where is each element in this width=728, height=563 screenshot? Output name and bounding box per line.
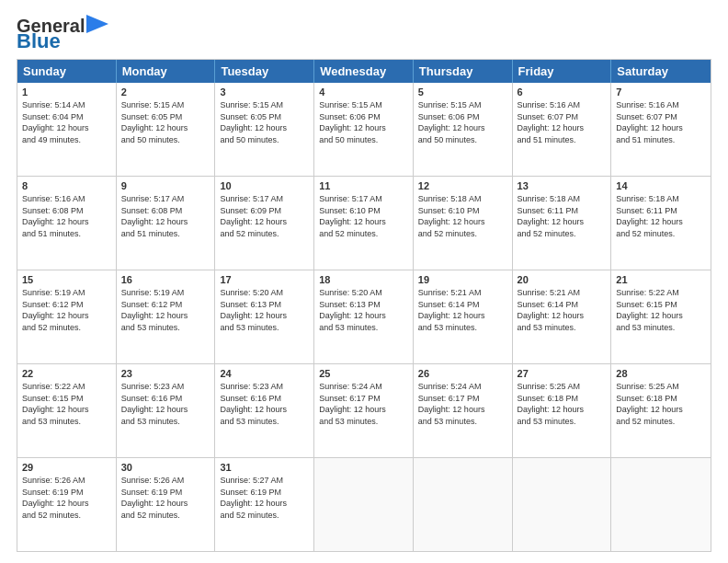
calendar-cell-day-2: 2Sunrise: 5:15 AM Sunset: 6:05 PM Daylig… <box>117 83 216 176</box>
day-number: 20 <box>518 274 607 285</box>
day-info: Sunrise: 5:15 AM Sunset: 6:06 PM Dayligh… <box>319 99 408 145</box>
calendar-cell-empty <box>611 458 711 551</box>
weekday-header-sunday: Sunday <box>17 60 117 83</box>
day-number: 7 <box>616 86 706 98</box>
calendar-cell-day-25: 25Sunrise: 5:24 AM Sunset: 6:17 PM Dayli… <box>314 364 414 457</box>
day-number: 22 <box>22 368 111 379</box>
day-info: Sunrise: 5:15 AM Sunset: 6:05 PM Dayligh… <box>121 99 210 145</box>
calendar-cell-day-26: 26Sunrise: 5:24 AM Sunset: 6:17 PM Dayli… <box>414 364 513 457</box>
calendar-cell-day-17: 17Sunrise: 5:20 AM Sunset: 6:13 PM Dayli… <box>215 270 314 363</box>
calendar-cell-day-14: 14Sunrise: 5:18 AM Sunset: 6:11 PM Dayli… <box>611 177 711 270</box>
day-info: Sunrise: 5:17 AM Sunset: 6:08 PM Dayligh… <box>121 193 210 239</box>
calendar-cell-day-18: 18Sunrise: 5:20 AM Sunset: 6:13 PM Dayli… <box>314 270 414 363</box>
calendar-cell-day-15: 15Sunrise: 5:19 AM Sunset: 6:12 PM Dayli… <box>17 270 117 363</box>
day-info: Sunrise: 5:20 AM Sunset: 6:13 PM Dayligh… <box>220 287 309 333</box>
day-number: 8 <box>22 180 111 191</box>
day-info: Sunrise: 5:19 AM Sunset: 6:12 PM Dayligh… <box>22 287 111 333</box>
day-info: Sunrise: 5:16 AM Sunset: 6:07 PM Dayligh… <box>518 99 607 145</box>
calendar-cell-day-10: 10Sunrise: 5:17 AM Sunset: 6:09 PM Dayli… <box>215 177 314 270</box>
day-info: Sunrise: 5:20 AM Sunset: 6:13 PM Dayligh… <box>319 287 408 333</box>
calendar-row: 29Sunrise: 5:26 AM Sunset: 6:19 PM Dayli… <box>17 457 711 551</box>
day-number: 10 <box>220 180 309 191</box>
logo: General Blue <box>17 17 108 52</box>
calendar-cell-day-9: 9Sunrise: 5:17 AM Sunset: 6:08 PM Daylig… <box>117 177 216 270</box>
day-number: 1 <box>22 86 111 98</box>
calendar-cell-day-13: 13Sunrise: 5:18 AM Sunset: 6:11 PM Dayli… <box>513 177 612 270</box>
day-number: 31 <box>220 462 309 473</box>
day-info: Sunrise: 5:25 AM Sunset: 6:18 PM Dayligh… <box>518 381 607 427</box>
weekday-header-saturday: Saturday <box>611 60 711 83</box>
calendar-cell-day-28: 28Sunrise: 5:25 AM Sunset: 6:18 PM Dayli… <box>611 364 711 457</box>
calendar-body: 1Sunrise: 5:14 AM Sunset: 6:04 PM Daylig… <box>17 83 711 551</box>
calendar-cell-day-22: 22Sunrise: 5:22 AM Sunset: 6:15 PM Dayli… <box>17 364 117 457</box>
day-number: 26 <box>418 368 507 379</box>
logo-blue: Blue <box>17 31 61 52</box>
calendar-cell-day-20: 20Sunrise: 5:21 AM Sunset: 6:14 PM Dayli… <box>513 270 612 363</box>
header: General Blue <box>17 17 711 52</box>
day-number: 11 <box>319 180 408 191</box>
calendar-cell-empty <box>513 458 612 551</box>
day-number: 19 <box>418 274 507 285</box>
calendar-cell-empty <box>414 458 513 551</box>
day-number: 4 <box>319 86 408 98</box>
day-number: 13 <box>518 180 607 191</box>
calendar-cell-day-30: 30Sunrise: 5:26 AM Sunset: 6:19 PM Dayli… <box>117 458 216 551</box>
day-info: Sunrise: 5:24 AM Sunset: 6:17 PM Dayligh… <box>418 381 507 427</box>
calendar-cell-day-21: 21Sunrise: 5:22 AM Sunset: 6:15 PM Dayli… <box>611 270 711 363</box>
calendar-row: 1Sunrise: 5:14 AM Sunset: 6:04 PM Daylig… <box>17 83 711 176</box>
weekday-header-tuesday: Tuesday <box>215 60 314 83</box>
day-info: Sunrise: 5:26 AM Sunset: 6:19 PM Dayligh… <box>121 475 210 521</box>
day-number: 23 <box>121 368 210 379</box>
day-number: 25 <box>319 368 408 379</box>
calendar-cell-day-23: 23Sunrise: 5:23 AM Sunset: 6:16 PM Dayli… <box>117 364 216 457</box>
calendar-cell-day-1: 1Sunrise: 5:14 AM Sunset: 6:04 PM Daylig… <box>17 83 117 176</box>
day-number: 28 <box>616 368 706 379</box>
weekday-header-wednesday: Wednesday <box>314 60 414 83</box>
day-info: Sunrise: 5:26 AM Sunset: 6:19 PM Dayligh… <box>22 475 111 521</box>
day-info: Sunrise: 5:14 AM Sunset: 6:04 PM Dayligh… <box>22 99 111 145</box>
day-number: 18 <box>319 274 408 285</box>
calendar-cell-day-16: 16Sunrise: 5:19 AM Sunset: 6:12 PM Dayli… <box>117 270 216 363</box>
calendar-cell-day-7: 7Sunrise: 5:16 AM Sunset: 6:07 PM Daylig… <box>611 83 711 176</box>
calendar-cell-day-11: 11Sunrise: 5:17 AM Sunset: 6:10 PM Dayli… <box>314 177 414 270</box>
day-info: Sunrise: 5:18 AM Sunset: 6:11 PM Dayligh… <box>616 193 706 239</box>
calendar-cell-day-29: 29Sunrise: 5:26 AM Sunset: 6:19 PM Dayli… <box>17 458 117 551</box>
svg-marker-0 <box>86 15 108 33</box>
calendar-row: 22Sunrise: 5:22 AM Sunset: 6:15 PM Dayli… <box>17 363 711 457</box>
day-number: 12 <box>418 180 507 191</box>
day-info: Sunrise: 5:18 AM Sunset: 6:10 PM Dayligh… <box>418 193 507 239</box>
day-info: Sunrise: 5:15 AM Sunset: 6:06 PM Dayligh… <box>418 99 507 145</box>
day-number: 14 <box>616 180 706 191</box>
calendar-cell-day-12: 12Sunrise: 5:18 AM Sunset: 6:10 PM Dayli… <box>414 177 513 270</box>
calendar-cell-day-24: 24Sunrise: 5:23 AM Sunset: 6:16 PM Dayli… <box>215 364 314 457</box>
calendar-cell-day-19: 19Sunrise: 5:21 AM Sunset: 6:14 PM Dayli… <box>414 270 513 363</box>
day-number: 9 <box>121 180 210 191</box>
calendar-cell-day-6: 6Sunrise: 5:16 AM Sunset: 6:07 PM Daylig… <box>513 83 612 176</box>
calendar-row: 8Sunrise: 5:16 AM Sunset: 6:08 PM Daylig… <box>17 176 711 270</box>
calendar-cell-empty <box>314 458 414 551</box>
weekday-header-friday: Friday <box>513 60 612 83</box>
day-number: 15 <box>22 274 111 285</box>
day-info: Sunrise: 5:18 AM Sunset: 6:11 PM Dayligh… <box>518 193 607 239</box>
day-number: 6 <box>518 86 607 98</box>
day-number: 30 <box>121 462 210 473</box>
day-info: Sunrise: 5:27 AM Sunset: 6:19 PM Dayligh… <box>220 475 309 521</box>
day-info: Sunrise: 5:17 AM Sunset: 6:10 PM Dayligh… <box>319 193 408 239</box>
calendar-cell-day-5: 5Sunrise: 5:15 AM Sunset: 6:06 PM Daylig… <box>414 83 513 176</box>
weekday-header-monday: Monday <box>117 60 216 83</box>
calendar-cell-day-8: 8Sunrise: 5:16 AM Sunset: 6:08 PM Daylig… <box>17 177 117 270</box>
day-info: Sunrise: 5:25 AM Sunset: 6:18 PM Dayligh… <box>616 381 706 427</box>
calendar-cell-day-4: 4Sunrise: 5:15 AM Sunset: 6:06 PM Daylig… <box>314 83 414 176</box>
day-info: Sunrise: 5:17 AM Sunset: 6:09 PM Dayligh… <box>220 193 309 239</box>
day-number: 27 <box>518 368 607 379</box>
calendar-row: 15Sunrise: 5:19 AM Sunset: 6:12 PM Dayli… <box>17 270 711 363</box>
day-number: 17 <box>220 274 309 285</box>
calendar-header-row: SundayMondayTuesdayWednesdayThursdayFrid… <box>17 60 711 83</box>
day-info: Sunrise: 5:16 AM Sunset: 6:07 PM Dayligh… <box>616 99 706 145</box>
day-info: Sunrise: 5:23 AM Sunset: 6:16 PM Dayligh… <box>220 381 309 427</box>
calendar-cell-day-31: 31Sunrise: 5:27 AM Sunset: 6:19 PM Dayli… <box>215 458 314 551</box>
day-number: 2 <box>121 86 210 98</box>
day-number: 21 <box>616 274 706 285</box>
calendar-grid: SundayMondayTuesdayWednesdayThursdayFrid… <box>17 59 711 552</box>
day-info: Sunrise: 5:15 AM Sunset: 6:05 PM Dayligh… <box>220 99 309 145</box>
